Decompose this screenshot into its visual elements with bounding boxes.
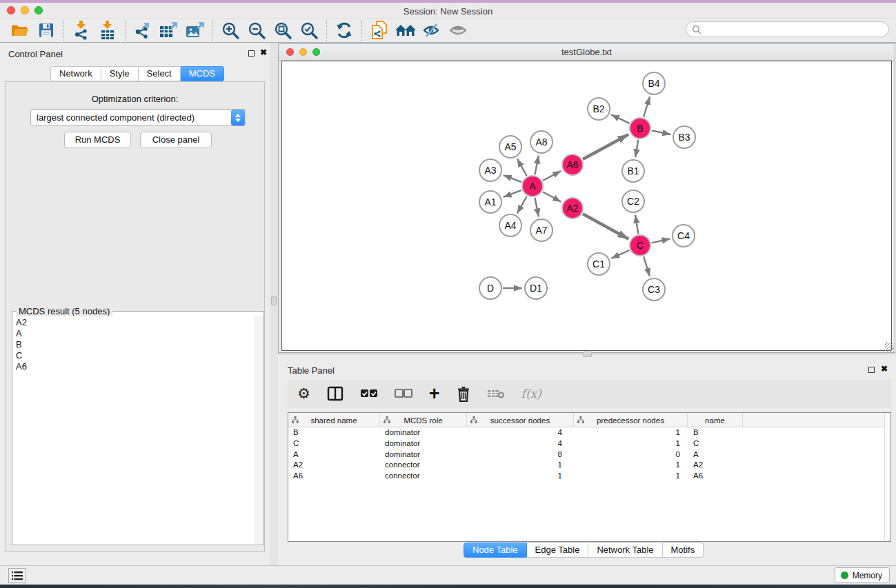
clone-network-button[interactable] [366, 20, 392, 41]
add-column-button[interactable]: + [429, 385, 440, 403]
table-close-icon[interactable]: ✖ [881, 364, 888, 374]
graph-node-C4[interactable]: C4 [672, 224, 695, 247]
refresh-button[interactable] [331, 20, 357, 41]
graph-edge-A6-B[interactable] [583, 134, 628, 159]
tab-node-table[interactable]: Node Table [464, 543, 527, 558]
graph-node-A1[interactable]: A1 [479, 190, 502, 214]
table-cell[interactable]: 1 [574, 438, 688, 449]
tab-select[interactable]: Select [139, 66, 181, 81]
import-table-button[interactable] [94, 20, 121, 41]
graph-node-C2[interactable]: C2 [621, 190, 645, 213]
export-table-button[interactable] [156, 20, 182, 41]
table-cell[interactable]: dominator [380, 427, 467, 438]
graph-edge-A-A1[interactable] [504, 190, 521, 197]
home-button[interactable] [392, 20, 419, 41]
mcds-result-list[interactable]: A2ABCA6 [13, 316, 255, 544]
table-row[interactable]: A2connector11A2 [288, 460, 884, 471]
graph-edge-B-B4[interactable] [644, 97, 650, 117]
table-cell[interactable]: C [688, 438, 743, 449]
zoom-fit-button[interactable] [270, 20, 296, 41]
table-cell[interactable]: C [288, 438, 380, 449]
graph-node-B1[interactable]: B1 [621, 159, 645, 183]
tab-mcds[interactable]: MCDS [181, 66, 224, 81]
graph-edge-C-C2[interactable] [635, 215, 638, 234]
table-scrollbar[interactable] [884, 413, 890, 541]
table-cell[interactable]: connector [380, 460, 467, 471]
graph-edge-A2-C[interactable] [583, 214, 628, 239]
column-header-successor-nodes[interactable]: successor nodes [467, 413, 574, 427]
table-cell[interactable]: A2 [288, 460, 380, 471]
export-network-button[interactable] [130, 20, 156, 41]
graph-edge-C-C4[interactable] [652, 239, 670, 243]
mcds-result-item[interactable]: A2 [16, 317, 255, 328]
table-settings-button[interactable]: ⚙ [297, 385, 310, 403]
graph-node-B4[interactable]: B4 [642, 72, 666, 95]
mcds-result-item[interactable]: C [16, 350, 255, 361]
tab-network[interactable]: Network [50, 66, 101, 81]
memory-button[interactable]: Memory [835, 567, 890, 583]
graph-node-B[interactable]: B [629, 117, 651, 139]
graph-node-A2[interactable]: A2 [561, 197, 584, 219]
horizontal-splitter-handle[interactable] [583, 352, 592, 357]
table-cell[interactable]: A [288, 449, 380, 460]
table-cell[interactable]: 1 [467, 460, 574, 471]
network-overview-button[interactable] [8, 568, 26, 583]
network-canvas[interactable]: AA1A2A3A4A5A6A7A8BB1B2B3B4CC1C2C3C4DD1 [281, 61, 892, 351]
criterion-dropdown[interactable]: largest connected component (directed) [30, 109, 246, 126]
table-cell[interactable]: 8 [467, 449, 574, 460]
table-row[interactable]: Cdominator41C [288, 438, 884, 449]
table-cell[interactable]: B [688, 427, 743, 438]
table-cell[interactable]: 1 [574, 460, 688, 471]
tab-motifs[interactable]: Motifs [663, 543, 704, 558]
table-cell[interactable]: A6 [288, 471, 380, 482]
zoom-selected-button[interactable] [296, 20, 322, 41]
table-cell[interactable]: A2 [688, 460, 743, 471]
function-builder-button[interactable]: f(x) [521, 385, 541, 403]
export-image-button[interactable] [182, 20, 208, 41]
graph-edge-A-A7[interactable] [535, 198, 539, 217]
table-row[interactable]: Bdominator41B [288, 427, 884, 438]
column-header-predecessor-nodes[interactable]: predecessor nodes [574, 413, 688, 427]
mcds-result-item[interactable]: A6 [16, 361, 255, 372]
table-cell[interactable]: A6 [688, 471, 743, 482]
save-session-button[interactable] [33, 20, 59, 41]
table-row[interactable]: Adominator80A [288, 449, 884, 460]
import-network-button[interactable] [68, 20, 94, 41]
graph-edge-B-B3[interactable] [652, 130, 671, 134]
mcds-result-item[interactable]: A [16, 328, 255, 339]
network-window-titlebar[interactable]: testGlobe.txt [279, 44, 895, 61]
table-cell[interactable]: dominator [380, 449, 467, 460]
table-cell[interactable]: 1 [574, 471, 688, 482]
table-cell[interactable]: 4 [467, 427, 574, 438]
graph-edge-C-C1[interactable] [611, 250, 629, 258]
graph-edge-A-A2[interactable] [543, 192, 561, 202]
graph-node-B3[interactable]: B3 [673, 125, 696, 149]
zoom-in-button[interactable] [217, 20, 243, 41]
tab-edge-table[interactable]: Edge Table [527, 543, 589, 558]
graph-node-C3[interactable]: C3 [642, 278, 666, 301]
table-cell[interactable]: connector [380, 471, 467, 482]
graph-node-D[interactable]: D [479, 276, 502, 300]
search-input[interactable] [705, 25, 888, 34]
table-cell[interactable]: A [688, 449, 743, 460]
hide-selected-button[interactable] [419, 20, 445, 41]
run-mcds-button[interactable]: Run MCDS [64, 132, 131, 148]
graph-node-C[interactable]: C [629, 234, 651, 256]
graph-node-A8[interactable]: A8 [530, 130, 553, 154]
graph-edge-B-B1[interactable] [635, 140, 638, 157]
window-resize-grip[interactable] [885, 343, 894, 352]
deselect-all-button[interactable] [395, 385, 412, 403]
zoom-out-button[interactable] [243, 20, 270, 41]
graph-node-A6[interactable]: A6 [561, 154, 584, 176]
graph-node-A7[interactable]: A7 [530, 219, 553, 242]
vertical-splitter-handle[interactable] [271, 296, 277, 305]
open-file-button[interactable] [7, 20, 33, 41]
graph-node-A5[interactable]: A5 [499, 135, 522, 159]
graph-node-A3[interactable]: A3 [479, 159, 502, 182]
graph-edge-A-A6[interactable] [543, 171, 561, 181]
table-float-icon[interactable] [868, 367, 875, 373]
show-eye-button[interactable] [445, 20, 471, 41]
delete-column-button[interactable] [457, 385, 470, 403]
table-cell[interactable]: 0 [574, 449, 688, 460]
table-cell[interactable]: 1 [467, 471, 574, 482]
